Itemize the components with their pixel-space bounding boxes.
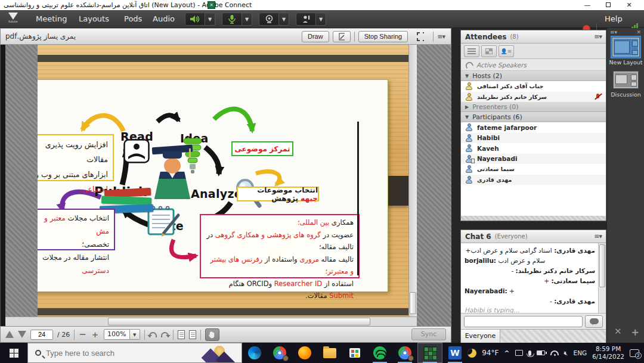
wifi-tray-icon[interactable]: [550, 350, 559, 355]
zoom-in-button[interactable]: ＋: [91, 330, 100, 339]
layout-label: Discussion: [607, 91, 644, 98]
previous-page-button[interactable]: [5, 331, 14, 338]
vertical-scrollbar[interactable]: [408, 45, 417, 317]
chat-bubble-icon: [590, 318, 599, 324]
zoom-level-value[interactable]: 100%: [104, 329, 130, 340]
share-pod-menu-icon[interactable]: ≡▾: [437, 33, 445, 41]
taskbar-chrome-profile[interactable]: [392, 343, 417, 363]
participant-row[interactable]: مهدی قادری: [461, 175, 606, 185]
start-button[interactable]: [0, 343, 27, 363]
taskbar-store[interactable]: [342, 343, 367, 363]
restore-button[interactable]: [599, 1, 617, 10]
horizontal-scrollbar-thumb[interactable]: [108, 318, 370, 325]
close-button[interactable]: ✕: [620, 1, 638, 10]
zoom-out-button[interactable]: −: [79, 330, 86, 339]
add-tool-icon[interactable]: ＋: [630, 325, 640, 339]
speaker-button[interactable]: [185, 13, 205, 26]
search-input[interactable]: [46, 349, 183, 358]
section-participants[interactable]: ▼ Participants (6): [461, 112, 606, 122]
chat-scrollbar[interactable]: [598, 243, 606, 314]
vertical-scrollbar-thumb[interactable]: [410, 292, 416, 314]
mic-button[interactable]: [222, 13, 242, 26]
chat-scrollbar-thumb[interactable]: [599, 244, 605, 287]
layout-thumb-new-layout[interactable]: [612, 37, 640, 57]
layout-bar-menu-icon[interactable]: ≡▾: [610, 29, 617, 35]
pan-tool-button[interactable]: [205, 328, 219, 341]
taskbar-edge[interactable]: [242, 343, 267, 363]
speaker-dropdown[interactable]: ▼: [205, 13, 215, 26]
stop-sharing-button[interactable]: Stop Sharing: [358, 31, 408, 42]
mic-tray-icon[interactable]: [528, 350, 531, 356]
status-view-icon: 👤≡: [501, 48, 512, 54]
status-dropdown[interactable]: ▼: [316, 13, 326, 26]
webcam-dropdown[interactable]: ▼: [279, 13, 289, 26]
language-indicator[interactable]: ENG: [574, 349, 587, 356]
taskbar-search[interactable]: [27, 343, 242, 363]
rotate-right-button[interactable]: [161, 332, 169, 337]
taskbar-spotify[interactable]: [367, 343, 392, 363]
horizontal-scrollbar[interactable]: [5, 317, 417, 326]
sync-button[interactable]: Sync: [411, 328, 446, 340]
taskbar-firefox[interactable]: [292, 343, 317, 363]
webcam-button[interactable]: [259, 13, 279, 26]
chat-message-input[interactable]: [464, 316, 583, 327]
raise-hand-button[interactable]: [296, 13, 316, 26]
taskbar-chrome[interactable]: [267, 343, 292, 363]
minimize-button[interactable]: —: [578, 1, 596, 10]
host-row[interactable]: جناب آقای دکتر اصنافی: [461, 81, 606, 92]
participant-row[interactable]: Nayerabadi: [461, 154, 606, 165]
participant-avatar: [465, 123, 473, 131]
participant-row[interactable]: Habibi: [461, 133, 606, 144]
fit-page-button[interactable]: [178, 330, 185, 339]
pod-resize-edge[interactable]: [461, 216, 606, 221]
zoom-combo: 100% ▼: [104, 329, 140, 340]
volume-muted-icon[interactable]: 🔇︎: [564, 349, 568, 357]
display-tray-icon[interactable]: [515, 350, 523, 356]
host-row[interactable]: سرکار خانم دکتر نظربلند: [461, 92, 606, 103]
section-hosts[interactable]: ▼ Hosts (2): [461, 71, 606, 81]
slide: Read Idea Analyze Write Publish: [38, 79, 388, 292]
menu-audio[interactable]: Audio: [150, 10, 177, 28]
notification-center-icon[interactable]: 2: [630, 349, 639, 357]
status-view-button[interactable]: 👤≡: [499, 45, 514, 57]
menu-meeting[interactable]: Meeting: [33, 10, 69, 28]
draw-button[interactable]: Draw: [302, 31, 329, 42]
layout-thumb-discussion[interactable]: [613, 71, 639, 89]
microsoft-store-icon: [349, 348, 360, 358]
clock[interactable]: 8:59 PM 6/14/2022: [592, 345, 624, 361]
layout-bar-close-icon[interactable]: ✕: [636, 29, 641, 35]
fullscreen-button[interactable]: [411, 31, 429, 42]
weather-temp[interactable]: 94°F: [482, 349, 499, 357]
taskbar-file-explorer[interactable]: [317, 343, 342, 363]
attendees-pod-menu-icon[interactable]: ≡▾: [594, 33, 602, 41]
participant-row[interactable]: سیما سعادتی: [461, 164, 606, 175]
zoom-dropdown[interactable]: ▼: [130, 329, 140, 340]
profile-photo-badge: [408, 355, 414, 361]
rotate-left-button[interactable]: [149, 332, 157, 337]
participant-row[interactable]: fateme jafarpoor: [461, 122, 606, 133]
battery-tray-icon[interactable]: [537, 350, 545, 355]
section-presenters[interactable]: ▶ Presenters (0): [461, 102, 606, 112]
page-number-input[interactable]: [30, 330, 53, 340]
taskbar-word[interactable]: W: [442, 343, 467, 363]
menu-layouts[interactable]: Layouts: [76, 10, 112, 28]
menu-pods[interactable]: Pods: [122, 10, 144, 28]
chat-pod: Chat 6 (Everyone) ≡▾ مهدی قادری: استاد گ…: [460, 229, 606, 343]
fit-width-button[interactable]: [189, 330, 196, 339]
menu-help[interactable]: Help: [605, 10, 623, 28]
edge-icon: [248, 346, 261, 359]
weather-moon-icon[interactable]: [467, 349, 476, 358]
grid-view-button[interactable]: [481, 45, 497, 57]
mic-dropdown[interactable]: ▼: [242, 13, 252, 26]
send-message-button[interactable]: [585, 315, 603, 328]
next-page-button[interactable]: [18, 331, 26, 338]
chat-pod-menu-icon[interactable]: ≡▾: [594, 232, 602, 240]
close-tool-icon[interactable]: ✕: [614, 326, 622, 337]
participant-row[interactable]: Kaveh: [461, 143, 606, 154]
pointer-tool-button[interactable]: [333, 31, 351, 42]
hidden-icons-chevron[interactable]: ^: [504, 349, 509, 357]
tab-everyone[interactable]: Everyone: [461, 330, 500, 343]
list-view-button[interactable]: [464, 45, 479, 57]
taskbar-adobe-connect[interactable]: [417, 343, 442, 363]
chat-message: سرکار خانم دکتر نظربلند: -: [465, 267, 595, 274]
